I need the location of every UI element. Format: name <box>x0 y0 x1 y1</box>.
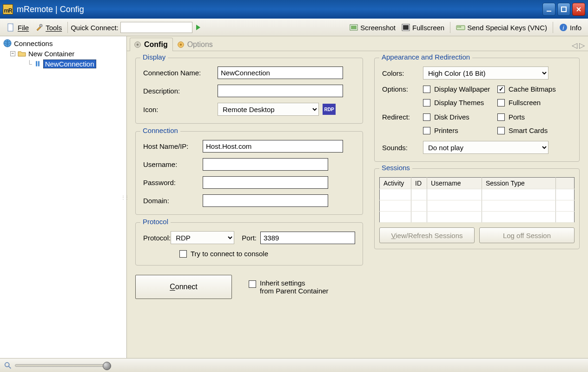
table-row[interactable] <box>380 200 575 212</box>
minimize-button[interactable] <box>542 3 555 16</box>
tree-connection-item[interactable]: └ NewConnection <box>3 59 124 69</box>
table-row[interactable] <box>380 189 575 200</box>
globe-icon <box>3 39 12 48</box>
port-input[interactable] <box>260 232 355 244</box>
protocol-label: Protocol: <box>143 234 171 242</box>
password-input[interactable] <box>203 176 328 189</box>
options-label: Options: <box>382 85 423 93</box>
svg-rect-1 <box>562 7 566 12</box>
rdp-badge-icon: RDP <box>323 104 336 115</box>
screenshot-button[interactable]: Screenshot <box>346 22 398 33</box>
col-username[interactable]: Username <box>427 178 482 189</box>
username-label: Username: <box>143 160 203 168</box>
icon-select[interactable]: Remote Desktop <box>218 103 319 116</box>
domain-label: Domain: <box>143 197 203 205</box>
tab-options[interactable]: Options <box>173 38 218 51</box>
toolbar-separator <box>67 22 68 33</box>
svg-rect-5 <box>351 26 357 29</box>
zoom-slider[interactable] <box>15 364 108 367</box>
slider-knob[interactable] <box>103 362 111 370</box>
svg-point-21 <box>5 362 9 366</box>
disk-drives-checkbox[interactable]: Disk Drives <box>423 113 497 121</box>
sounds-select[interactable]: Do not play <box>423 141 548 154</box>
svg-rect-8 <box>456 26 465 30</box>
username-input[interactable] <box>203 158 328 171</box>
tab-scroll-right[interactable]: ▷ <box>579 41 585 49</box>
svg-point-18 <box>137 44 139 46</box>
printers-checkbox[interactable]: Printers <box>423 126 497 134</box>
info-icon: i <box>559 23 568 32</box>
quick-connect-go-button[interactable] <box>192 22 204 33</box>
fullscreen-button[interactable]: Fullscreen <box>398 22 447 33</box>
options-gear-icon <box>177 40 185 49</box>
quick-connect-input[interactable] <box>120 22 192 33</box>
colors-label: Colors: <box>382 69 423 77</box>
toolbar-separator <box>450 22 450 33</box>
svg-rect-16 <box>38 61 39 66</box>
tree-collapse-toggle[interactable]: − <box>10 51 15 56</box>
protocol-select[interactable]: RDP <box>171 231 234 244</box>
folder-icon <box>17 49 26 58</box>
host-label: Host Name/IP: <box>143 142 203 150</box>
fullscreen-icon <box>401 23 410 32</box>
domain-input[interactable] <box>203 194 328 207</box>
icon-label: Icon: <box>143 106 218 113</box>
statusbar <box>0 358 588 372</box>
file-icon <box>7 23 16 32</box>
tools-icon <box>34 23 44 32</box>
close-button[interactable] <box>572 3 585 16</box>
description-input[interactable] <box>218 85 343 97</box>
display-themes-checkbox[interactable]: Display Themes <box>423 99 497 106</box>
view-refresh-sessions-button[interactable]: View/Refresh Sessions <box>379 227 475 243</box>
protocol-legend: Protocol <box>140 218 171 226</box>
cache-bitmaps-checkbox[interactable]: Cache Bitmaps <box>497 85 572 93</box>
display-wallpaper-checkbox[interactable]: Display Wallpaper <box>423 85 497 93</box>
redirect-label: Redirect: <box>382 113 423 121</box>
connection-name-label: Connection Name: <box>143 69 218 77</box>
try-console-checkbox[interactable]: Try to connect to console <box>179 250 268 258</box>
smart-cards-checkbox[interactable]: Smart Cards <box>497 126 572 134</box>
tab-config[interactable]: Config <box>130 38 173 51</box>
keyboard-icon <box>456 23 465 32</box>
tree-container[interactable]: − New Container <box>3 48 124 59</box>
colors-select[interactable]: High Color (16 Bit) <box>423 66 548 80</box>
maximize-button[interactable] <box>557 3 570 16</box>
inherit-settings-checkbox[interactable]: Inherit settings from Parent Container <box>249 279 329 295</box>
connect-button[interactable]: CConnectonnect <box>135 275 232 299</box>
svg-rect-7 <box>403 25 409 30</box>
port-label: Port: <box>242 234 257 242</box>
svg-rect-15 <box>36 61 37 66</box>
fullscreen-checkbox[interactable]: Fullscreen <box>497 99 572 106</box>
protocol-group: Protocol Protocol: RDP Port: Try to conn… <box>135 222 363 266</box>
search-icon[interactable] <box>4 361 12 370</box>
send-special-keys-button[interactable]: Send Special Keys (VNC) <box>453 22 550 33</box>
gear-icon <box>133 40 142 49</box>
appearance-legend: Appearance and Redirection <box>379 53 472 61</box>
table-row[interactable] <box>380 212 575 223</box>
info-button[interactable]: i Info <box>556 22 584 33</box>
col-id[interactable]: ID <box>411 178 427 189</box>
col-extra[interactable] <box>556 178 575 189</box>
password-label: Password: <box>143 179 203 186</box>
sessions-table: Activity ID Username Session Type <box>379 177 575 223</box>
col-activity[interactable]: Activity <box>380 178 411 189</box>
logoff-session-button[interactable]: Log off Session <box>479 227 575 243</box>
quick-connect-label: Quick Connect: <box>71 24 119 32</box>
svg-rect-11 <box>460 27 461 27</box>
splitter-handle[interactable]: ⋮⋮ <box>121 195 128 200</box>
connection-group: Connection Host Name/IP: Username: Passw… <box>135 131 363 215</box>
ports-checkbox[interactable]: Ports <box>497 113 572 121</box>
svg-rect-0 <box>547 11 551 12</box>
host-input[interactable] <box>203 140 343 153</box>
display-legend: Display <box>140 53 168 61</box>
connection-icon <box>34 60 41 67</box>
sessions-group: Sessions Activity ID Username Session Ty… <box>374 168 580 249</box>
col-session-type[interactable]: Session Type <box>482 178 556 189</box>
tab-scroll-left[interactable]: ◁ <box>571 41 578 49</box>
tabbar: Config Options ◁ ▷ <box>127 36 588 51</box>
tools-menu[interactable]: Tools <box>32 22 65 33</box>
sounds-label: Sounds: <box>382 144 423 152</box>
file-menu[interactable]: File <box>4 22 32 33</box>
connection-name-input[interactable] <box>218 66 343 79</box>
tree-root-connections[interactable]: Connections <box>3 38 124 48</box>
